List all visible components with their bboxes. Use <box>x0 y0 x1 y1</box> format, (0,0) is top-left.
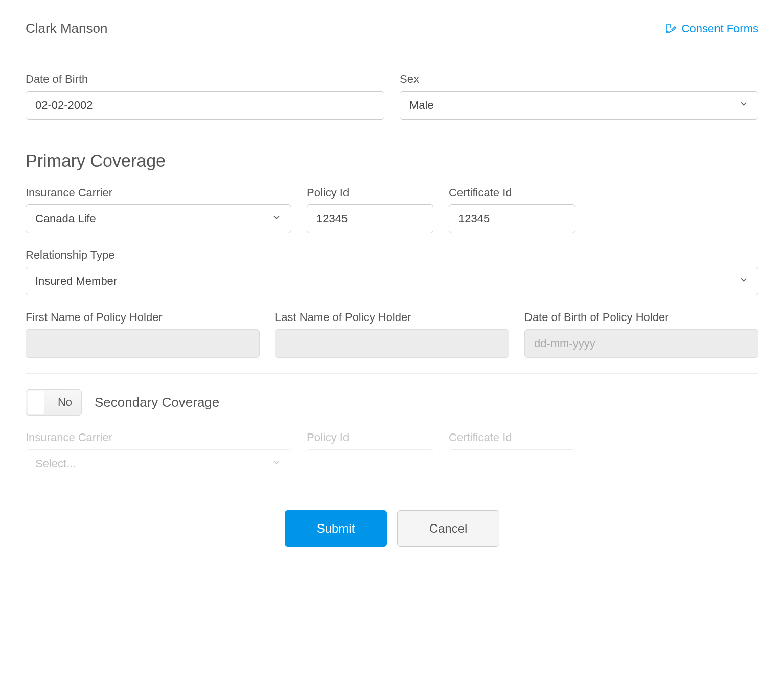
relationship-label: Relationship Type <box>26 248 758 262</box>
primary-carrier-value: Canada Life <box>35 212 96 225</box>
primary-policy-input[interactable] <box>307 204 433 233</box>
holder-first-input <box>26 329 260 358</box>
primary-carrier-label: Insurance Carrier <box>26 186 291 199</box>
relationship-value: Insured Member <box>35 275 117 288</box>
secondary-section: No Secondary Coverage Insurance Carrier … <box>26 373 758 472</box>
holder-last-label: Last Name of Policy Holder <box>275 311 509 324</box>
toggle-thumb <box>28 391 44 414</box>
chevron-down-icon <box>739 99 749 112</box>
chevron-down-icon <box>271 212 282 225</box>
holder-last-field: Last Name of Policy Holder <box>275 311 509 358</box>
primary-carrier-select[interactable]: Canada Life <box>26 204 291 233</box>
relationship-field: Relationship Type Insured Member <box>26 248 758 295</box>
primary-coverage-title: Primary Coverage <box>26 151 758 171</box>
patient-name: Clark Manson <box>26 20 107 36</box>
secondary-policy-field: Policy Id <box>307 431 433 472</box>
consent-forms-label: Consent Forms <box>682 22 758 35</box>
secondary-coverage-title: Secondary Coverage <box>95 395 219 410</box>
secondary-cert-input <box>449 449 575 472</box>
sex-select[interactable]: Male <box>400 91 758 120</box>
submit-button[interactable]: Submit <box>285 510 387 547</box>
cancel-button[interactable]: Cancel <box>397 510 499 547</box>
button-bar: Submit Cancel <box>0 492 784 552</box>
divider <box>26 135 758 135</box>
secondary-carrier-value: Select... <box>35 457 76 470</box>
primary-policy-field: Policy Id <box>307 186 433 233</box>
dob-label: Date of Birth <box>26 73 384 86</box>
dob-input[interactable] <box>26 91 384 120</box>
chevron-down-icon <box>271 457 282 470</box>
secondary-carrier-field: Insurance Carrier Select... <box>26 431 291 472</box>
secondary-cert-label: Certificate Id <box>449 431 575 444</box>
primary-cert-input[interactable] <box>449 204 575 233</box>
primary-carrier-field: Insurance Carrier Canada Life <box>26 186 291 233</box>
secondary-toggle[interactable]: No <box>26 389 82 416</box>
primary-cert-label: Certificate Id <box>449 186 575 199</box>
secondary-carrier-label: Insurance Carrier <box>26 431 291 444</box>
holder-dob-field: Date of Birth of Policy Holder <box>524 311 758 358</box>
primary-cert-field: Certificate Id <box>449 186 575 233</box>
toggle-state: No <box>58 396 72 409</box>
relationship-select[interactable]: Insured Member <box>26 267 758 295</box>
holder-dob-input <box>524 329 758 358</box>
holder-last-input <box>275 329 509 358</box>
secondary-policy-label: Policy Id <box>307 431 433 444</box>
sex-value: Male <box>409 99 434 112</box>
holder-first-label: First Name of Policy Holder <box>26 311 260 324</box>
sex-field: Sex Male <box>400 73 758 120</box>
secondary-policy-input <box>307 449 433 472</box>
holder-dob-label: Date of Birth of Policy Holder <box>524 311 758 324</box>
sex-label: Sex <box>400 73 758 86</box>
primary-policy-label: Policy Id <box>307 186 433 199</box>
signature-icon <box>664 22 677 35</box>
secondary-carrier-select: Select... <box>26 449 291 472</box>
holder-first-field: First Name of Policy Holder <box>26 311 260 358</box>
chevron-down-icon <box>739 275 749 288</box>
header-row: Clark Manson Consent Forms <box>26 20 758 57</box>
secondary-cert-field: Certificate Id <box>449 431 575 472</box>
dob-field: Date of Birth <box>26 73 384 120</box>
consent-forms-link[interactable]: Consent Forms <box>664 22 758 35</box>
